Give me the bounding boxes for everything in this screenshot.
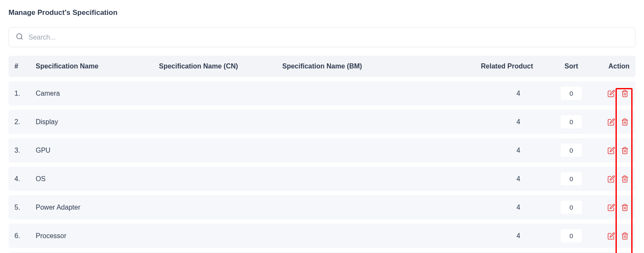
page-container: Manage Product's Specification # Specifi… xyxy=(9,9,635,253)
td-num: 1. xyxy=(14,90,36,97)
td-name: GPU xyxy=(36,147,159,154)
edit-icon xyxy=(607,118,615,126)
delete-button[interactable] xyxy=(620,203,630,212)
td-name: OS xyxy=(36,175,159,183)
sort-input[interactable] xyxy=(561,201,582,214)
edit-button[interactable] xyxy=(607,117,616,127)
edit-icon xyxy=(607,232,615,240)
td-sort xyxy=(537,172,605,185)
td-action xyxy=(605,231,630,241)
trash-icon xyxy=(621,90,629,97)
edit-icon xyxy=(607,204,615,211)
delete-button[interactable] xyxy=(620,174,630,184)
td-action xyxy=(605,117,630,127)
td-sort xyxy=(537,144,605,157)
td-action xyxy=(605,203,630,212)
td-name: Display xyxy=(36,118,159,126)
trash-icon xyxy=(621,118,629,126)
td-action xyxy=(605,174,630,184)
th-related: Related Product xyxy=(431,63,537,70)
edit-button[interactable] xyxy=(607,231,616,241)
td-sort xyxy=(537,229,605,242)
svg-line-1 xyxy=(21,38,22,39)
th-name-bm: Specification Name (BM) xyxy=(282,63,431,70)
td-related: 4 xyxy=(431,118,537,126)
td-name: Processor xyxy=(36,232,159,240)
td-num: 6. xyxy=(14,232,36,240)
table-row: 1.Camera4 xyxy=(9,81,635,105)
spec-table: # Specification Name Specification Name … xyxy=(9,56,635,253)
td-num: 4. xyxy=(14,175,36,183)
sort-input[interactable] xyxy=(561,229,582,242)
table-row: 6.Processor4 xyxy=(9,224,635,248)
td-sort xyxy=(537,115,605,128)
trash-icon xyxy=(621,147,629,154)
delete-button[interactable] xyxy=(620,146,630,155)
edit-icon xyxy=(607,90,615,97)
sort-input[interactable] xyxy=(561,172,582,185)
td-num: 5. xyxy=(14,204,36,211)
table-row: 2.Display4 xyxy=(9,110,635,134)
edit-icon xyxy=(607,147,615,154)
th-num: # xyxy=(14,63,36,70)
td-action xyxy=(605,89,630,98)
td-related: 4 xyxy=(431,232,537,240)
th-name-cn: Specification Name (CN) xyxy=(159,63,282,70)
td-sort xyxy=(537,87,605,100)
td-related: 4 xyxy=(431,147,537,154)
edit-button[interactable] xyxy=(607,146,616,155)
td-sort xyxy=(537,201,605,214)
trash-icon xyxy=(621,204,629,211)
td-name: Power Adapter xyxy=(36,204,159,211)
th-name: Specification Name xyxy=(36,63,159,70)
sort-input[interactable] xyxy=(561,144,582,157)
sort-input[interactable] xyxy=(561,115,582,128)
trash-icon xyxy=(621,175,629,183)
td-related: 4 xyxy=(431,175,537,183)
edit-button[interactable] xyxy=(607,174,616,184)
page-title: Manage Product's Specification xyxy=(9,9,635,17)
edit-button[interactable] xyxy=(607,89,616,98)
th-action: Action xyxy=(605,63,630,70)
table-row: 4.OS4 xyxy=(9,167,635,191)
table-row: 5.Power Adapter4 xyxy=(9,195,635,219)
search-wrap xyxy=(9,27,635,47)
edit-button[interactable] xyxy=(607,203,616,212)
delete-button[interactable] xyxy=(620,89,630,98)
delete-button[interactable] xyxy=(620,231,630,241)
table-row: 3.GPU4 xyxy=(9,138,635,162)
td-related: 4 xyxy=(431,90,537,97)
td-num: 3. xyxy=(14,147,36,154)
edit-icon xyxy=(607,175,615,183)
trash-icon xyxy=(621,232,629,240)
td-action xyxy=(605,146,630,155)
delete-button[interactable] xyxy=(620,117,630,127)
search-icon xyxy=(16,33,23,42)
sort-input[interactable] xyxy=(561,87,582,100)
td-related: 4 xyxy=(431,204,537,211)
td-name: Camera xyxy=(36,90,159,97)
table-header: # Specification Name Specification Name … xyxy=(9,56,635,77)
th-sort: Sort xyxy=(537,63,605,70)
td-num: 2. xyxy=(14,118,36,126)
search-input[interactable] xyxy=(28,34,628,41)
